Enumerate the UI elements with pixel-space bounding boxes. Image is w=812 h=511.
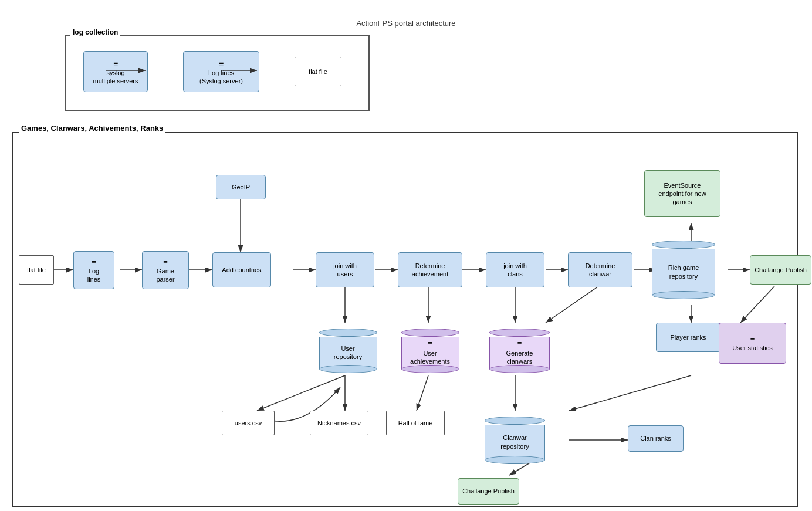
log-collection-group: log collection ≡ syslogmultiple servers … — [65, 35, 370, 111]
user-achievements-node: ≡ Userachievements — [398, 323, 462, 378]
join-users-node: join withusers — [316, 252, 374, 287]
geoip-node: GeoIP — [216, 175, 266, 199]
determine-achievement-label: Determineachievement — [412, 262, 448, 279]
determine-achievement-node: Determineachievement — [398, 252, 462, 287]
challenge-publish-1-label: Challange Publish — [755, 266, 807, 274]
users-csv-node: users csv — [222, 411, 275, 435]
hall-of-fame-label: Hall of fame — [398, 419, 433, 427]
game-parser-node: ≡ Gameparser — [142, 251, 189, 289]
user-repo-node: Userrepository — [316, 323, 380, 378]
user-achievements-label: Userachievements — [408, 348, 452, 367]
generate-clanwars-node: ≡ Generateclanwars — [486, 323, 553, 378]
player-ranks-label: Player ranks — [670, 333, 706, 341]
nicknames-csv-node: Nicknames csv — [310, 411, 368, 435]
event-source-node: EventSourceendpoint for newgames — [644, 170, 720, 217]
clanwar-repo-node: Clanwarrepository — [481, 411, 549, 469]
player-ranks-node: Player ranks — [656, 323, 720, 352]
user-repo-label: Userrepository — [331, 343, 364, 363]
join-clans-node: join withclans — [486, 252, 544, 287]
determine-clanwar-node: Determineclanwar — [568, 252, 632, 287]
log-lines-syslog-label: Log lines(Syslog server) — [199, 69, 243, 84]
syslog-label: syslogmultiple servers — [93, 69, 138, 84]
clan-ranks-label: Clan ranks — [640, 434, 671, 442]
hall-of-fame-node: Hall of fame — [386, 411, 445, 435]
users-csv-label: users csv — [235, 419, 262, 427]
clanwar-repo-label: Clanwarrepository — [498, 432, 531, 452]
diagram-container: ActionFPS portal architecture log collec… — [6, 12, 806, 507]
determine-clanwar-label: Determineclanwar — [586, 262, 615, 279]
log-lines-main-node: ≡ Loglines — [73, 251, 114, 289]
nicknames-csv-label: Nicknames csv — [317, 419, 361, 427]
clan-ranks-node: Clan ranks — [628, 425, 684, 452]
log-lines-syslog-node: ≡ Log lines(Syslog server) — [183, 51, 259, 92]
generate-clanwars-label: Generateclanwars — [504, 348, 536, 367]
challenge-publish-2-label: Challange Publish — [462, 487, 515, 495]
games-group-label: Games, Clanwars, Achivements, Ranks — [19, 124, 165, 133]
flat-file-log-label: flat file — [309, 67, 327, 76]
rich-game-repo-node: Rich gamerepository — [648, 241, 719, 299]
challenge-publish-2-node: Challange Publish — [458, 478, 519, 505]
rich-game-repo-label: Rich gamerepository — [666, 262, 702, 282]
log-lines-main-label: Loglines — [87, 268, 101, 283]
join-users-label: join withusers — [333, 262, 357, 279]
user-statistics-node: ≡ User statistics — [719, 323, 786, 364]
flat-file-log-node: flat file — [295, 57, 341, 86]
user-statistics-label: User statistics — [732, 344, 772, 351]
add-countries-node: Add countries — [212, 252, 271, 287]
syslog-node: ≡ syslogmultiple servers — [83, 51, 148, 92]
challenge-publish-1-node: Challange Publish — [750, 255, 811, 285]
log-collection-label: log collection — [70, 28, 120, 36]
add-countries-label: Add countries — [222, 266, 261, 274]
event-source-label: EventSourceendpoint for newgames — [658, 181, 706, 207]
geoip-label: GeoIP — [232, 183, 250, 191]
flat-file-main-label: flat file — [27, 266, 46, 274]
game-parser-label: Gameparser — [156, 268, 174, 283]
join-clans-label: join withclans — [503, 262, 527, 279]
page-title: ActionFPS portal architecture — [6, 13, 806, 31]
flat-file-main-node: flat file — [19, 255, 54, 285]
